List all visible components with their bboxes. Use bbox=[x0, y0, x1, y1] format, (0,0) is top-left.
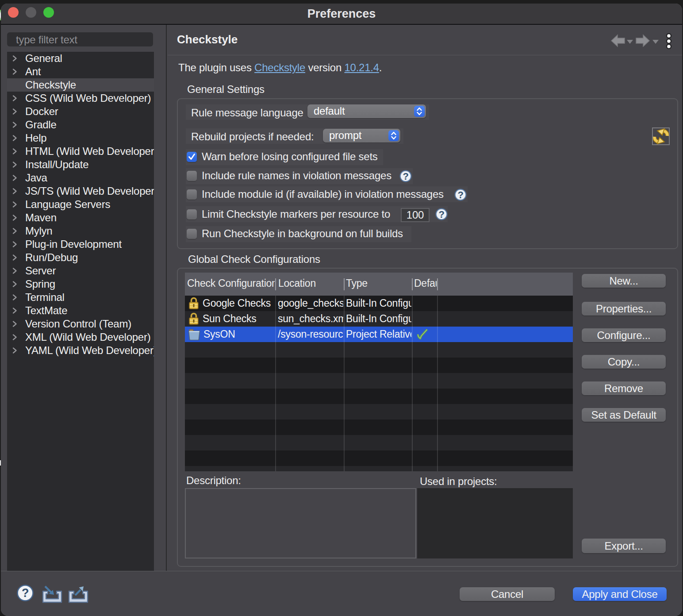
svg-text:?: ? bbox=[22, 586, 29, 600]
svg-text:?: ? bbox=[438, 209, 444, 220]
svg-text:?: ? bbox=[403, 171, 408, 182]
svg-text:?: ? bbox=[457, 189, 463, 200]
